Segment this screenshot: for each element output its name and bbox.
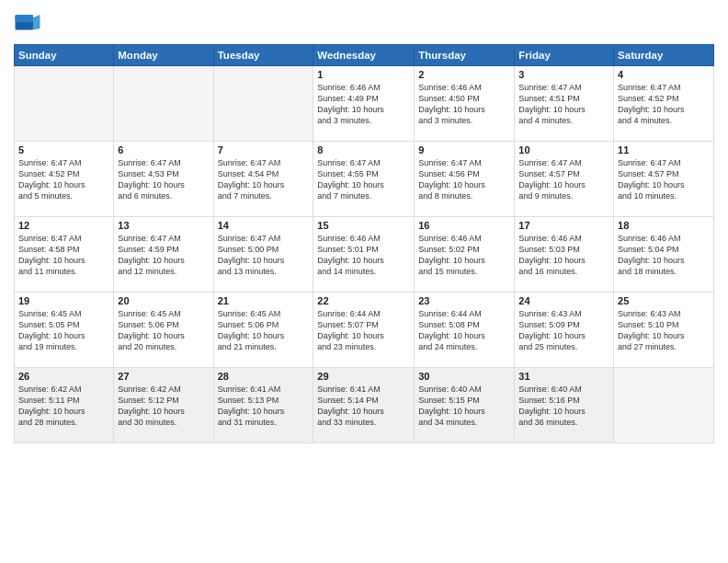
day-info: Sunrise: 6:43 AM Sunset: 5:09 PM Dayligh… <box>518 308 609 353</box>
header <box>14 9 714 37</box>
calendar-cell: 26Sunrise: 6:42 AM Sunset: 5:11 PM Dayli… <box>15 368 114 443</box>
calendar-cell <box>15 66 114 142</box>
day-info: Sunrise: 6:45 AM Sunset: 5:06 PM Dayligh… <box>118 308 209 353</box>
calendar-cell: 11Sunrise: 6:47 AM Sunset: 4:57 PM Dayli… <box>614 142 714 217</box>
day-number: 12 <box>18 220 109 231</box>
day-number: 11 <box>618 144 710 155</box>
logo-icon <box>14 9 41 37</box>
day-number: 29 <box>317 371 410 382</box>
calendar-cell: 16Sunrise: 6:46 AM Sunset: 5:02 PM Dayli… <box>415 217 515 293</box>
calendar-cell: 13Sunrise: 6:47 AM Sunset: 4:59 PM Dayli… <box>114 217 213 293</box>
calendar-cell: 18Sunrise: 6:46 AM Sunset: 5:04 PM Dayli… <box>614 217 714 293</box>
day-number: 25 <box>618 295 710 306</box>
calendar-cell: 9Sunrise: 6:47 AM Sunset: 4:56 PM Daylig… <box>415 142 515 217</box>
day-info: Sunrise: 6:46 AM Sunset: 5:04 PM Dayligh… <box>618 233 710 278</box>
day-info: Sunrise: 6:46 AM Sunset: 5:01 PM Dayligh… <box>317 233 410 278</box>
day-info: Sunrise: 6:46 AM Sunset: 5:03 PM Dayligh… <box>518 233 609 278</box>
calendar-cell: 31Sunrise: 6:40 AM Sunset: 5:16 PM Dayli… <box>515 368 614 443</box>
day-number: 4 <box>618 69 710 80</box>
day-number: 23 <box>418 295 510 306</box>
day-number: 27 <box>118 371 209 382</box>
day-info: Sunrise: 6:47 AM Sunset: 4:52 PM Dayligh… <box>618 82 710 127</box>
calendar-cell: 21Sunrise: 6:45 AM Sunset: 5:06 PM Dayli… <box>213 293 313 368</box>
calendar-cell <box>213 66 313 142</box>
weekday-header-monday: Monday <box>114 45 213 66</box>
day-number: 5 <box>18 144 109 155</box>
day-info: Sunrise: 6:47 AM Sunset: 4:58 PM Dayligh… <box>18 233 109 278</box>
day-info: Sunrise: 6:43 AM Sunset: 5:10 PM Dayligh… <box>618 308 710 353</box>
day-info: Sunrise: 6:44 AM Sunset: 5:08 PM Dayligh… <box>418 308 510 353</box>
weekday-header-row: SundayMondayTuesdayWednesdayThursdayFrid… <box>15 45 714 66</box>
day-number: 30 <box>418 371 510 382</box>
calendar-cell: 27Sunrise: 6:42 AM Sunset: 5:12 PM Dayli… <box>114 368 213 443</box>
calendar-cell: 6Sunrise: 6:47 AM Sunset: 4:53 PM Daylig… <box>114 142 213 217</box>
calendar-cell: 20Sunrise: 6:45 AM Sunset: 5:06 PM Dayli… <box>114 293 213 368</box>
day-number: 17 <box>518 220 609 231</box>
day-number: 31 <box>518 371 609 382</box>
day-number: 13 <box>118 220 209 231</box>
day-info: Sunrise: 6:42 AM Sunset: 5:12 PM Dayligh… <box>118 384 209 429</box>
calendar-cell: 3Sunrise: 6:47 AM Sunset: 4:51 PM Daylig… <box>515 66 614 142</box>
day-number: 7 <box>218 144 310 155</box>
calendar-cell: 10Sunrise: 6:47 AM Sunset: 4:57 PM Dayli… <box>515 142 614 217</box>
svg-rect-2 <box>16 15 34 22</box>
calendar-cell: 30Sunrise: 6:40 AM Sunset: 5:15 PM Dayli… <box>415 368 515 443</box>
day-number: 19 <box>18 295 109 306</box>
weekday-header-wednesday: Wednesday <box>313 45 415 66</box>
calendar-week-4: 19Sunrise: 6:45 AM Sunset: 5:05 PM Dayli… <box>15 293 714 368</box>
logo <box>14 9 45 37</box>
calendar-cell: 23Sunrise: 6:44 AM Sunset: 5:08 PM Dayli… <box>415 293 515 368</box>
day-info: Sunrise: 6:47 AM Sunset: 4:55 PM Dayligh… <box>317 157 410 202</box>
day-number: 10 <box>518 144 609 155</box>
day-info: Sunrise: 6:40 AM Sunset: 5:16 PM Dayligh… <box>518 384 609 429</box>
day-number: 28 <box>218 371 310 382</box>
day-number: 15 <box>317 220 410 231</box>
day-number: 20 <box>118 295 209 306</box>
calendar-cell: 5Sunrise: 6:47 AM Sunset: 4:52 PM Daylig… <box>15 142 114 217</box>
day-info: Sunrise: 6:44 AM Sunset: 5:07 PM Dayligh… <box>317 308 410 353</box>
day-number: 14 <box>218 220 310 231</box>
calendar-cell: 17Sunrise: 6:46 AM Sunset: 5:03 PM Dayli… <box>515 217 614 293</box>
day-number: 18 <box>618 220 710 231</box>
day-number: 26 <box>18 371 109 382</box>
calendar-cell: 19Sunrise: 6:45 AM Sunset: 5:05 PM Dayli… <box>15 293 114 368</box>
calendar-cell <box>614 368 714 443</box>
weekday-header-saturday: Saturday <box>614 45 714 66</box>
day-info: Sunrise: 6:40 AM Sunset: 5:15 PM Dayligh… <box>418 384 510 429</box>
page-container: SundayMondayTuesdayWednesdayThursdayFrid… <box>0 0 728 563</box>
day-info: Sunrise: 6:47 AM Sunset: 5:00 PM Dayligh… <box>218 233 310 278</box>
day-info: Sunrise: 6:47 AM Sunset: 4:51 PM Dayligh… <box>518 82 609 127</box>
day-info: Sunrise: 6:42 AM Sunset: 5:11 PM Dayligh… <box>18 384 109 429</box>
calendar-cell: 24Sunrise: 6:43 AM Sunset: 5:09 PM Dayli… <box>515 293 614 368</box>
calendar-week-1: 1Sunrise: 6:46 AM Sunset: 4:49 PM Daylig… <box>15 66 714 142</box>
calendar-table: SundayMondayTuesdayWednesdayThursdayFrid… <box>14 44 714 443</box>
weekday-header-thursday: Thursday <box>415 45 515 66</box>
calendar-cell <box>114 66 213 142</box>
day-info: Sunrise: 6:46 AM Sunset: 5:02 PM Dayligh… <box>418 233 510 278</box>
calendar-cell: 15Sunrise: 6:46 AM Sunset: 5:01 PM Dayli… <box>313 217 415 293</box>
day-info: Sunrise: 6:41 AM Sunset: 5:13 PM Dayligh… <box>218 384 310 429</box>
calendar-week-3: 12Sunrise: 6:47 AM Sunset: 4:58 PM Dayli… <box>15 217 714 293</box>
day-info: Sunrise: 6:47 AM Sunset: 4:53 PM Dayligh… <box>118 157 209 202</box>
day-info: Sunrise: 6:47 AM Sunset: 4:52 PM Dayligh… <box>18 157 109 202</box>
calendar-cell: 7Sunrise: 6:47 AM Sunset: 4:54 PM Daylig… <box>213 142 313 217</box>
day-number: 9 <box>418 144 510 155</box>
calendar-cell: 29Sunrise: 6:41 AM Sunset: 5:14 PM Dayli… <box>313 368 415 443</box>
day-number: 6 <box>118 144 209 155</box>
calendar-cell: 2Sunrise: 6:46 AM Sunset: 4:50 PM Daylig… <box>415 66 515 142</box>
day-number: 1 <box>317 69 410 80</box>
weekday-header-friday: Friday <box>515 45 614 66</box>
calendar-cell: 22Sunrise: 6:44 AM Sunset: 5:07 PM Dayli… <box>313 293 415 368</box>
day-number: 3 <box>518 69 609 80</box>
day-info: Sunrise: 6:47 AM Sunset: 4:54 PM Dayligh… <box>218 157 310 202</box>
day-number: 2 <box>418 69 510 80</box>
svg-marker-1 <box>33 15 40 30</box>
day-info: Sunrise: 6:45 AM Sunset: 5:06 PM Dayligh… <box>218 308 310 353</box>
calendar-cell: 25Sunrise: 6:43 AM Sunset: 5:10 PM Dayli… <box>614 293 714 368</box>
day-info: Sunrise: 6:46 AM Sunset: 4:49 PM Dayligh… <box>317 82 410 127</box>
calendar-week-5: 26Sunrise: 6:42 AM Sunset: 5:11 PM Dayli… <box>15 368 714 443</box>
calendar-week-2: 5Sunrise: 6:47 AM Sunset: 4:52 PM Daylig… <box>15 142 714 217</box>
calendar-cell: 12Sunrise: 6:47 AM Sunset: 4:58 PM Dayli… <box>15 217 114 293</box>
day-info: Sunrise: 6:47 AM Sunset: 4:56 PM Dayligh… <box>418 157 510 202</box>
day-number: 21 <box>218 295 310 306</box>
